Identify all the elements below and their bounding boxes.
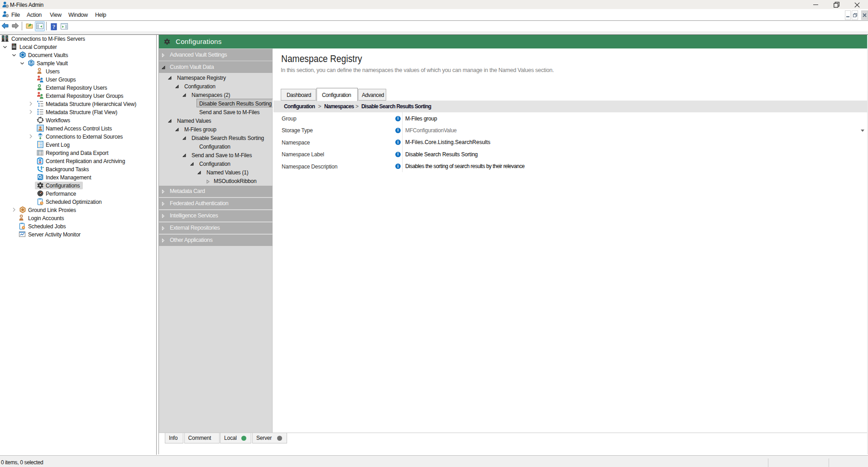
svg-text:?: ? [53, 23, 56, 30]
